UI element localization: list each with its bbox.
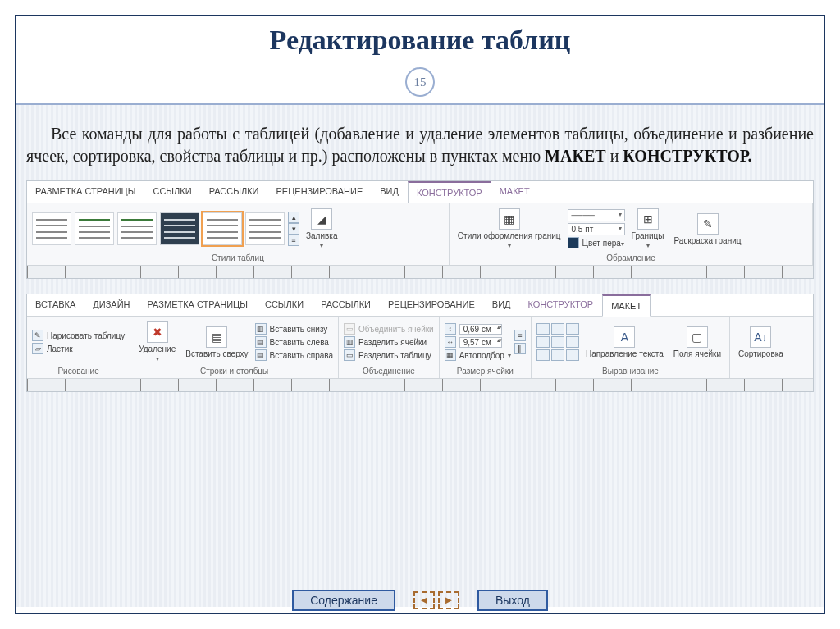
split-icon: ▥ — [344, 336, 355, 348]
pen-color-icon — [568, 237, 579, 248]
split-cells-button[interactable]: ▥Разделить ячейки — [344, 336, 434, 348]
insert-right-button[interactable]: ▤Вставить справа — [255, 349, 333, 361]
borders-icon: ⊞ — [637, 208, 659, 230]
borders-button[interactable]: ⊞ Границы — [628, 207, 668, 251]
contents-button[interactable]: Содержание — [292, 590, 395, 611]
row-below-icon: ▥ — [255, 323, 267, 335]
line-weight-combo[interactable]: 0,5 пт — [568, 223, 625, 235]
styles-scroll[interactable]: ▴▾≡ — [288, 212, 299, 246]
autofit-button[interactable]: ▦Автоподбор — [445, 349, 511, 361]
tab-mailings[interactable]: РАССЫЛКИ — [201, 181, 268, 203]
table-style-selected[interactable] — [203, 212, 242, 245]
ribbon-layout: ВСТАВКА ДИЗАЙН РАЗМЕТКА СТРАНИЦЫ ССЫЛКИ … — [26, 294, 814, 392]
body-text: Все команды для работы с таблицей (добав… — [26, 123, 814, 167]
table-style-1[interactable] — [32, 212, 71, 245]
group-borders: Обрамление — [454, 253, 807, 263]
distribute-cols-icon[interactable]: ‖ — [514, 343, 526, 354]
prev-arrow[interactable]: ◄ — [413, 591, 435, 609]
line-style-combo[interactable]: ──── — [568, 209, 625, 221]
tab-page-layout[interactable]: РАЗМЕТКА СТРАНИЦЫ — [27, 181, 144, 203]
eraser-icon: ▱ — [32, 343, 43, 354]
alignment-grid[interactable] — [536, 323, 579, 361]
col-right-icon: ▤ — [255, 349, 267, 361]
group-table-styles: Стили таблиц — [32, 253, 444, 263]
text-direction-icon: A — [614, 326, 635, 348]
delete-button[interactable]: ✖ Удаление — [135, 320, 179, 364]
tab-insert[interactable]: ВСТАВКА — [27, 294, 84, 316]
tab-references[interactable]: ССЫЛКИ — [144, 181, 200, 203]
tab-layout[interactable]: МАКЕТ — [491, 181, 539, 203]
pen-color-button[interactable]: Цвет пера — [582, 239, 624, 248]
split-table-button[interactable]: ▭Разделить таблицу — [344, 349, 434, 361]
sort-button[interactable]: A↓ Сортировка — [735, 325, 787, 360]
tab-review[interactable]: РЕЦЕНЗИРОВАНИЕ — [267, 181, 372, 203]
tab-mailings-2[interactable]: РАССЫЛКИ — [313, 294, 380, 316]
col-width-spin[interactable]: 9,57 см — [459, 337, 502, 348]
border-painter-button[interactable]: ✎ Раскраска границ — [671, 212, 745, 247]
tab-constructor-2[interactable]: КОНСТРУКТОР — [520, 294, 603, 316]
margins-icon: ▢ — [687, 326, 708, 348]
row-height-spin[interactable]: 0,69 см — [459, 324, 502, 335]
tab-review-2[interactable]: РЕЦЕНЗИРОВАНИЕ — [380, 294, 484, 316]
pencil-icon: ✎ — [32, 330, 43, 341]
ruler — [27, 265, 813, 278]
col-left-icon: ▤ — [255, 336, 267, 348]
height-icon: ↕ — [445, 323, 456, 335]
table-style-2[interactable] — [75, 212, 114, 245]
eraser-button[interactable]: ▱Ластик — [32, 343, 125, 354]
group-drawing: Рисование — [32, 366, 125, 376]
tab-page-layout-2[interactable]: РАЗМЕТКА СТРАНИЦЫ — [139, 294, 257, 316]
page-number: 15 — [405, 67, 435, 97]
cell-margins-button[interactable]: ▢ Поля ячейки — [670, 325, 724, 360]
table-style-6[interactable] — [245, 212, 285, 245]
fill-button[interactable]: ◢ Заливка — [303, 207, 341, 251]
width-icon: ↔ — [445, 336, 456, 348]
paintbrush-icon: ✎ — [697, 213, 719, 235]
paint-bucket-icon: ◢ — [311, 208, 332, 230]
split-table-icon: ▭ — [344, 349, 355, 361]
sort-az-icon: A↓ — [750, 326, 771, 348]
border-styles-button[interactable]: ▦ Стили оформления границ — [454, 207, 564, 251]
insert-below-button[interactable]: ▥Вставить снизу — [255, 323, 333, 335]
next-arrow[interactable]: ► — [438, 591, 459, 609]
delete-x-icon: ✖ — [147, 321, 168, 343]
tab-view[interactable]: ВИД — [372, 181, 408, 203]
exit-button[interactable]: Выход — [477, 590, 548, 611]
group-merge: Объединение — [344, 366, 434, 376]
insert-left-button[interactable]: ▤Вставить слева — [255, 336, 333, 348]
table-style-3[interactable] — [117, 212, 157, 245]
tab-view-2[interactable]: ВИД — [484, 294, 520, 316]
tab-design[interactable]: ДИЗАЙН — [84, 294, 139, 316]
autofit-icon: ▦ — [445, 349, 456, 361]
group-cell-size: Размер ячейки — [445, 366, 526, 376]
ribbon-constructor: РАЗМЕТКА СТРАНИЦЫ ССЫЛКИ РАССЫЛКИ РЕЦЕНЗ… — [26, 180, 814, 279]
table-style-4[interactable] — [160, 212, 199, 245]
insert-row-above-icon: ▤ — [206, 326, 227, 348]
distribute-rows-icon[interactable]: ≡ — [514, 330, 526, 341]
ruler-2 — [27, 378, 813, 391]
merge-cells-button[interactable]: ▭Объединить ячейки — [344, 323, 434, 335]
draw-table-button[interactable]: ✎Нарисовать таблицу — [32, 330, 125, 341]
tab-layout-2[interactable]: МАКЕТ — [602, 294, 651, 317]
group-alignment: Выравнивание — [536, 366, 724, 376]
group-rows-cols: Строки и столбцы — [135, 366, 333, 376]
text-direction-button[interactable]: A Направление текста — [582, 325, 667, 360]
merge-icon: ▭ — [344, 323, 355, 335]
tab-constructor[interactable]: КОНСТРУКТОР — [408, 181, 491, 203]
border-grid-icon: ▦ — [499, 208, 520, 230]
insert-above-button[interactable]: ▤ Вставить сверху — [182, 325, 251, 360]
tab-references-2[interactable]: ССЫЛКИ — [257, 294, 313, 316]
